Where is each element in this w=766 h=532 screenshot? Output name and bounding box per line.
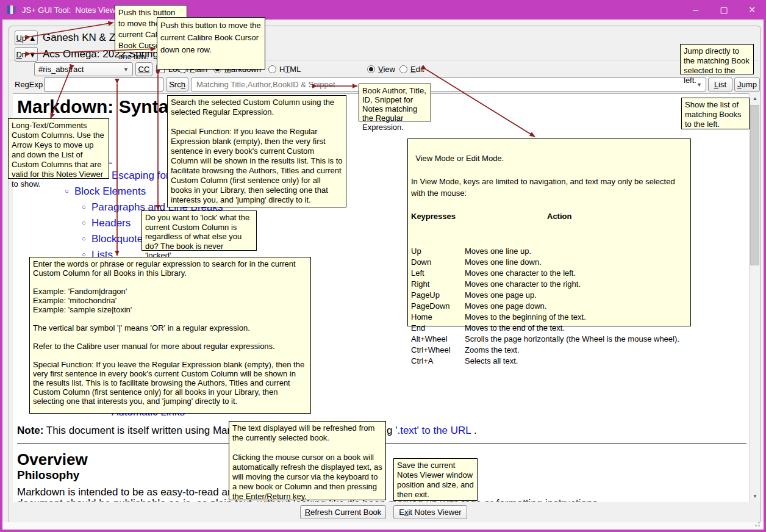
callout-results-list: Book Author, Title, ID, Snippet for Note… (359, 84, 431, 121)
cc-button[interactable]: CC (135, 62, 152, 76)
keypress-row: Alt+WheelScrolls the page horizontally (… (411, 334, 687, 345)
keypress-row: Ctrl+WheelZooms the text. (411, 345, 687, 356)
keypress-row: PageUpMoves one page up. (411, 290, 687, 301)
regexp-label: RegExp (15, 80, 43, 89)
resize-grip-icon[interactable] (755, 525, 757, 527)
callout-list-button: Show the list of matching Books to the l… (681, 98, 750, 129)
callout-dn-button: Push this button to move the current Cal… (157, 17, 265, 70)
callout-view-edit-mode: View Mode or Edit Mode. In View Mode, ke… (407, 138, 691, 326)
doc-note-right-pre: g (387, 425, 395, 436)
keypresses-column-header: Keypresses (411, 210, 456, 223)
doc-body-line: Markdown is intended to be as easy-to-re… (17, 486, 263, 498)
custom-column-value: #ris_abstract (38, 65, 84, 74)
keypress-row: PageDownMoves one page down. (411, 301, 687, 312)
scroll-up-icon[interactable]: ▲ (750, 93, 761, 104)
keypress-row: Ctrl+ASelects all text. (411, 356, 687, 367)
radio-html-label[interactable]: HTML (279, 65, 301, 74)
scroll-down-icon[interactable]: ▼ (750, 491, 761, 501)
keypress-table: UpMoves one line up.DownMoves one line d… (411, 246, 687, 367)
list-button[interactable]: List (708, 77, 732, 92)
jump-button[interactable]: Jump (734, 77, 760, 92)
regexp-input[interactable] (44, 77, 163, 92)
keypress-row: DownMoves one line down. (411, 257, 687, 268)
keypress-table-header: Keypresses Action (411, 210, 687, 223)
toc-link-blockquotes[interactable]: Blockquotes (91, 233, 148, 245)
radio-view[interactable] (367, 65, 375, 73)
toc-link-headers[interactable]: Headers (91, 217, 131, 229)
doc-note-line: Note: This document is itself written us… (17, 425, 260, 437)
maximize-button[interactable]: ▢ (710, 0, 738, 20)
doc-note-url-link[interactable]: '.text' to the URL (395, 425, 471, 436)
results-combobox-input[interactable] (195, 79, 696, 90)
doc-note-label: Note: (17, 425, 43, 436)
keypress-row: LeftMoves one character to the left. (411, 268, 687, 279)
keypress-row: RightMoves one character to the right. (411, 279, 687, 290)
vertical-scrollbar[interactable]: ▲ ▼ (749, 93, 760, 501)
callout-jump-button: Jump directly to the matching Book selec… (680, 44, 754, 74)
doc-note-line-right: g '.text' to the URL . (387, 425, 477, 437)
action-column-header: Action (547, 210, 571, 223)
list-bullet-icon: ○ (65, 187, 69, 195)
callout-lock-checkbox: Do you want to 'lock' what the current C… (141, 210, 257, 251)
callout-custom-column: Long-Text/Comments Custom Columns. Use t… (8, 118, 109, 179)
exit-notes-viewer-button[interactable]: Exit Notes Viewer (393, 505, 467, 519)
callout-exit-button: Save the current Notes Viewer window pos… (393, 458, 478, 501)
dn-button[interactable]: Dn ▼ (15, 47, 38, 62)
up-button[interactable]: Up ▲ (15, 31, 38, 45)
chevron-down-icon: ▼ (123, 66, 129, 73)
doc-heading-overview: Overview (17, 450, 88, 469)
window-title: JS+ GUI Tool: Notes Viewer (22, 5, 123, 15)
app-icon (6, 4, 18, 16)
results-combobox[interactable]: ▼ (191, 77, 706, 92)
status-strip (2, 522, 764, 530)
scrollbar-thumb[interactable] (750, 105, 759, 265)
radio-edit[interactable] (399, 65, 407, 73)
app-window: { "window": { "title": "JS+ GUI Tool: No… (0, 0, 766, 532)
list-bullet-icon: ○ (82, 219, 86, 226)
callout-srch-button: Search the selected Custom Column using … (167, 95, 346, 207)
radio-edit-label[interactable]: Edit (410, 65, 424, 74)
resize-grip-icon[interactable] (758, 522, 760, 523)
radio-html[interactable] (268, 65, 276, 73)
srch-button[interactable]: Srch (166, 77, 188, 92)
keypress-row: HomeMoves to the beginning of the text. (411, 312, 687, 323)
callout-regexp-input: Enter the words or phrase or regular exp… (29, 257, 311, 414)
keypress-row: EndMoves to the end of the text. (411, 323, 687, 334)
close-button[interactable]: ✕ (738, 0, 766, 20)
toc-link-block-elements[interactable]: Block Elements (74, 185, 146, 198)
resize-grip-icon[interactable] (758, 525, 760, 527)
radio-view-label[interactable]: View (378, 65, 395, 74)
refresh-current-book-button[interactable]: Refresh Current Book (300, 505, 386, 519)
callout-refresh-button: The text displayed will be refreshed fro… (229, 421, 386, 500)
keypress-row: UpMoves one line up. (411, 246, 687, 257)
list-bullet-icon: ○ (82, 235, 86, 242)
minimize-button[interactable]: – (682, 0, 710, 20)
doc-heading-philosophy: Philosophy (17, 469, 79, 482)
doc-heading-h1: Markdown: Synta (17, 96, 168, 117)
list-bullet-icon: ○ (82, 203, 86, 210)
chevron-down-icon: ▼ (696, 82, 702, 88)
custom-column-select[interactable]: #ris_abstract ▼ (34, 62, 133, 76)
doc-note-right-post: . (471, 425, 476, 436)
view-mode-intro: View Mode or Edit Mode. In View Mode, ke… (411, 154, 677, 198)
doc-note-text: This document is itself written using Ma… (43, 425, 260, 436)
